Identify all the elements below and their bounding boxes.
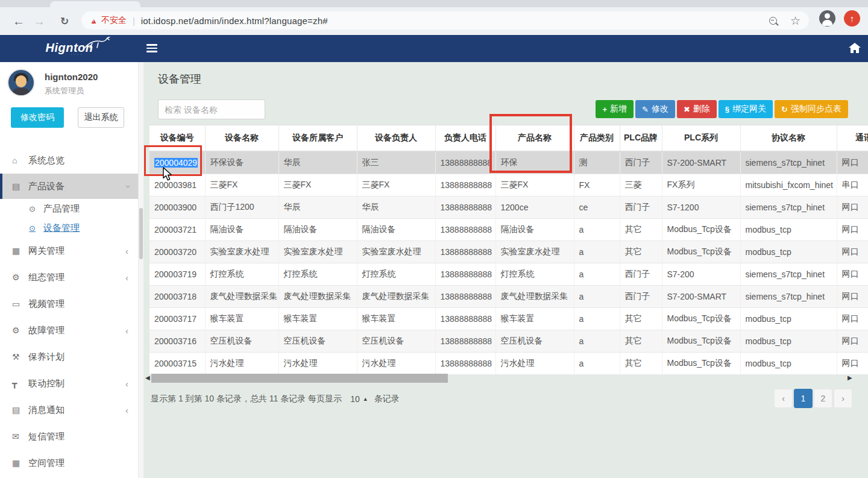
sidebar-scrollbar-track[interactable] (138, 62, 143, 478)
table-row[interactable]: 200003721隔油设备隔油设备隔油设备13888888888隔油设备a其它M… (149, 218, 868, 241)
selected-text: 200004029 (154, 158, 198, 168)
table-row[interactable]: 200003981三菱FX三菱FX三菱FX13888888888三菱FXFX三菱… (149, 174, 868, 196)
browser-reload-icon[interactable]: ↻ (55, 7, 74, 35)
insecure-warning-icon: ▲! (90, 16, 98, 25)
film-icon: ▦ (12, 458, 28, 468)
zoom-out-icon[interactable] (769, 17, 777, 25)
sidebar-item-configuration[interactable]: ⚙组态管理‹ (0, 264, 138, 291)
sidebar-item-product-device[interactable]: ▤产品设备‹ (0, 174, 138, 199)
hscroll-right-arrow-icon[interactable]: ▶ (848, 374, 852, 381)
device-table-wrap: 设备编号设备名称设备所属客户设备负责人负责人电话产品名称产品类别PLC品牌PLC… (149, 125, 868, 375)
table-row[interactable]: 200003900西门子1200华辰华辰138888888881200cece西… (149, 196, 868, 218)
table-row[interactable]: 200003715污水处理污水处理污水处理13888888888污水处理a其它M… (149, 352, 868, 374)
bookmark-star-icon[interactable]: ☆ (790, 15, 800, 27)
insecure-warning-text: 不安全 (101, 15, 127, 26)
chevron-down-icon: ‹ (122, 185, 132, 188)
antelope-logo-icon (83, 37, 111, 49)
sidebar-item-sms[interactable]: ✉短信管理 (0, 423, 138, 450)
envelope-icon: ✉ (12, 432, 28, 441)
page-1-button[interactable]: 1 (794, 389, 813, 408)
home-icon[interactable] (849, 43, 861, 54)
home-icon: ⌂ (12, 156, 28, 165)
circle-dot-icon: ⊙ (29, 224, 43, 233)
app-logo: Hignton ···· (0, 35, 139, 62)
table-row[interactable]: 200003716空压机设备空压机设备空压机设备13888888888空压机设备… (149, 330, 868, 352)
sidebar-item-maintenance[interactable]: ⚒保养计划 (0, 344, 138, 370)
sidebar-item-device-management[interactable]: ⊙设备管理 (0, 218, 138, 237)
refresh-icon: ↻ (781, 105, 788, 114)
sidebar-item-product-management[interactable]: ⊙产品管理 (0, 199, 138, 218)
sidebar-item-fault[interactable]: ⚙故障管理‹ (0, 317, 138, 344)
bind-gateway-button[interactable]: §绑定网关 (719, 100, 773, 118)
delete-button[interactable]: ✖删除 (677, 100, 717, 118)
circle-dot-icon: ⊙ (29, 204, 43, 213)
times-icon: ✖ (684, 105, 690, 114)
hscroll-thumb[interactable] (151, 374, 448, 383)
pencil-icon: ✎ (642, 105, 649, 114)
page-title: 设备管理 (158, 72, 201, 86)
page-2-button[interactable]: 2 (814, 389, 832, 408)
sidebar-item-gateway[interactable]: ▦网关管理‹ (0, 237, 138, 264)
link-icon: § (725, 105, 729, 114)
username: hignton2020 (45, 72, 98, 82)
gateway-icon: ▦ (12, 246, 28, 256)
gears-icon: ⚙ (12, 325, 28, 335)
browser-active-tab[interactable] (50, 1, 140, 7)
chevron-left-icon: ‹ (125, 325, 128, 336)
force-sync-button[interactable]: ↻强制同步点表 (775, 100, 848, 118)
col-plc-brand[interactable]: PLC品牌 (620, 125, 662, 152)
url-text[interactable]: iot.idosp.net/admin/index.html?language=… (141, 16, 328, 26)
wrench-icon: ⚒ (12, 352, 28, 362)
sidebar-toggle-icon[interactable] (146, 44, 157, 54)
hscroll-left-arrow-icon[interactable]: ◀ (145, 374, 150, 381)
browser-forward-icon: → (30, 7, 48, 35)
table-row[interactable]: 200004029环保设备华辰张三13888888888环保测西门子S7-200… (149, 151, 868, 174)
col-plc-series[interactable]: PLC系列 (662, 125, 740, 152)
add-button[interactable]: +新增 (596, 100, 634, 118)
sidebar-menu: ⌂系统总览▤产品设备‹⊙产品管理⊙设备管理▦网关管理‹⚙组态管理‹▭视频管理⚙故… (0, 147, 138, 476)
col-product-name[interactable]: 产品名称 (495, 125, 574, 152)
pagination: ‹12› (0, 389, 852, 408)
col-comm[interactable]: 通讯 (837, 125, 868, 152)
plus-icon: + (602, 105, 607, 114)
table-toolbar: +新增✎修改✖删除§绑定网关↻强制同步点表 (0, 100, 848, 118)
col-device-name[interactable]: 设备名称 (205, 125, 278, 152)
col-owner-phone[interactable]: 负责人电话 (435, 125, 495, 152)
sitemap-icon: ┳ (12, 379, 28, 388)
chevron-left-icon: ‹ (125, 379, 128, 389)
sidebar-scrollbar-thumb[interactable] (139, 208, 143, 259)
sidebar-item-video[interactable]: ▭视频管理 (0, 291, 138, 317)
chevron-left-icon: ‹ (125, 246, 128, 256)
edit-button[interactable]: ✎修改 (635, 100, 675, 118)
gears-icon: ⚙ (12, 272, 28, 282)
browser-extension-icon[interactable]: ↑ (844, 10, 860, 27)
next-page-button[interactable]: › (834, 389, 852, 408)
sidebar-item-space[interactable]: ▦空间管理 (0, 450, 138, 476)
chevron-left-icon: ‹ (125, 272, 128, 283)
table-row[interactable]: 200003719灯控系统灯控系统灯控系统13888888888灯控系统a西门子… (149, 263, 868, 285)
table-row[interactable]: 200003717猴车装置猴车装置猴车装置13888888888猴车装置a其它M… (149, 307, 868, 330)
address-bar[interactable]: ▲! 不安全 | iot.idosp.net/admin/index.html?… (81, 11, 809, 30)
user-role: 系统管理员 (45, 86, 84, 96)
col-product-category[interactable]: 产品类别 (574, 125, 620, 152)
monitor-icon: ▭ (12, 299, 28, 309)
book-icon: ▤ (12, 181, 28, 191)
col-customer[interactable]: 设备所属客户 (278, 125, 357, 152)
col-device-id[interactable]: 设备编号 (149, 125, 205, 152)
logo-tagline: ···· (71, 54, 83, 56)
address-separator: | (133, 16, 135, 26)
browser-profile-icon[interactable] (819, 10, 835, 27)
prev-page-button[interactable]: ‹ (774, 389, 793, 408)
table-row[interactable]: 200003718废气处理数据采集废气处理数据采集废气处理数据采集1388888… (149, 285, 868, 307)
table-row[interactable]: 200003720实验室废水处理实验室废水处理实验室废水处理1388888888… (149, 241, 868, 263)
sidebar-item-system-overview[interactable]: ⌂系统总览 (0, 147, 138, 174)
browser-back-icon[interactable]: ← (10, 7, 28, 35)
device-table: 设备编号设备名称设备所属客户设备负责人负责人电话产品名称产品类别PLC品牌PLC… (149, 125, 868, 375)
col-protocol[interactable]: 协议名称 (740, 125, 837, 152)
user-avatar[interactable] (7, 69, 35, 96)
col-owner[interactable]: 设备负责人 (357, 125, 435, 152)
